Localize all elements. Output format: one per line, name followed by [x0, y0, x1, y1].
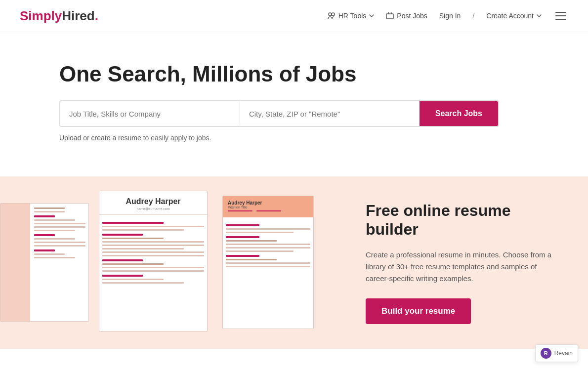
hr-tools-label: HR Tools	[338, 12, 367, 20]
rc-line	[102, 255, 204, 256]
revain-badge: R Revain	[535, 344, 578, 362]
rc-line	[34, 253, 65, 255]
nav-right: HR Tools Post Jobs Sign In / Create Acco…	[328, 10, 568, 22]
rc-contact-line	[228, 210, 252, 211]
rc-line	[102, 270, 204, 272]
rc-line	[102, 263, 164, 265]
svg-rect-2	[386, 14, 393, 19]
logo-dot: .	[95, 8, 98, 23]
rc-line	[34, 219, 75, 221]
resume-hint-or-text: or	[83, 134, 89, 142]
rc-line	[34, 211, 65, 212]
rc-line	[102, 251, 204, 253]
hamburger-menu[interactable]	[553, 10, 568, 22]
nav-divider: /	[472, 12, 474, 20]
rc-center-sub: name@surname.com	[104, 207, 202, 210]
logo-hired: Hired	[62, 8, 94, 23]
rc-line	[102, 226, 204, 227]
resume-info-panel: Free online resume builder Create a prof…	[336, 176, 588, 349]
revain-label: Revain	[554, 350, 573, 357]
logo-simply: Simply	[20, 8, 62, 23]
rc-center-name: Audrey Harper	[104, 197, 202, 206]
post-jobs-icon	[386, 12, 394, 19]
build-resume-button[interactable]: Build your resume	[366, 298, 471, 324]
rc-line	[226, 262, 310, 264]
upload-resume-link[interactable]: Upload	[59, 134, 81, 142]
location-search-input[interactable]	[240, 101, 420, 126]
signin-link[interactable]: Sign In	[439, 12, 461, 20]
rc-right-body	[223, 217, 313, 273]
rc-right-subtitle: Position Title	[228, 206, 308, 209]
rc-contact-line	[256, 210, 281, 211]
rc-section	[226, 236, 259, 238]
hr-tools-chevron-icon	[369, 14, 374, 17]
create-resume-link[interactable]: create a resume	[91, 134, 141, 142]
rc-line	[226, 232, 294, 233]
create-account-chevron-icon	[537, 14, 542, 17]
hero-title: One Search, Millions of Jobs	[59, 62, 568, 86]
hr-tools-icon	[328, 12, 336, 19]
rc-line	[102, 241, 204, 243]
rc-line	[34, 238, 75, 240]
svg-point-0	[329, 13, 332, 16]
svg-point-1	[332, 13, 335, 16]
rc-line	[226, 250, 294, 252]
rc-center-header: Audrey Harper name@surname.com	[99, 191, 207, 215]
rc-line	[226, 259, 277, 260]
resume-builder-section: Audrey Harper name@surname.com	[0, 176, 588, 349]
resume-previews: Audrey Harper name@surname.com	[0, 183, 336, 341]
hamburger-line-1	[555, 12, 566, 13]
rc-center-body	[99, 215, 207, 289]
rc-line	[102, 229, 184, 231]
rc-section	[226, 255, 259, 257]
resume-card-left	[0, 203, 89, 322]
rc-line	[34, 226, 85, 228]
post-jobs-label: Post Jobs	[397, 12, 427, 20]
browse-section: Browse SimplyHired	[0, 349, 588, 372]
rc-section	[34, 249, 55, 251]
rc-line	[102, 248, 184, 249]
rc-line	[102, 282, 184, 284]
resume-card-right: Audrey Harper Position Title	[222, 196, 314, 329]
search-bar: Search Jobs	[59, 100, 499, 127]
logo[interactable]: SimplyHired.	[20, 8, 98, 24]
rc-section	[34, 215, 55, 217]
rc-line	[226, 228, 310, 230]
resume-left-sidebar	[0, 204, 30, 321]
hr-tools-menu[interactable]: HR Tools	[328, 12, 375, 20]
rc-line	[102, 238, 164, 239]
job-search-input[interactable]	[60, 101, 240, 126]
signin-label: Sign In	[439, 12, 461, 20]
revain-logo: R	[541, 348, 551, 359]
rc-section	[102, 275, 143, 277]
resume-info-description: Create a professional resume in minutes.…	[366, 249, 553, 285]
navbar: SimplyHired. HR Tools Post Jobs Sign In	[0, 0, 588, 32]
rc-right-name: Audrey Harper	[228, 200, 308, 206]
rc-line	[226, 266, 310, 267]
rc-line	[34, 207, 65, 209]
create-account-label: Create Account	[486, 12, 534, 20]
resume-card-center: Audrey Harper name@surname.com	[99, 191, 208, 331]
rc-line	[34, 242, 85, 243]
hamburger-line-3	[555, 19, 566, 20]
resume-info-title: Free online resume builder	[366, 201, 558, 239]
search-jobs-button[interactable]: Search Jobs	[420, 101, 498, 126]
rc-line	[102, 245, 204, 246]
rc-line	[226, 244, 310, 245]
hero-section: One Search, Millions of Jobs Search Jobs…	[0, 32, 588, 162]
rc-section	[226, 224, 259, 226]
rc-section	[102, 234, 143, 236]
create-account-link[interactable]: Create Account	[486, 12, 542, 20]
rc-line	[102, 267, 204, 268]
rc-right-header: Audrey Harper Position Title	[223, 196, 313, 217]
rc-line	[34, 230, 75, 231]
rc-line	[34, 223, 85, 224]
hamburger-line-2	[555, 15, 566, 16]
rc-line	[226, 247, 310, 248]
rc-section	[34, 234, 55, 236]
rc-line	[102, 279, 164, 280]
post-jobs-link[interactable]: Post Jobs	[386, 12, 427, 20]
rc-line	[34, 245, 85, 247]
rc-line	[34, 257, 75, 258]
rc-section	[102, 259, 143, 261]
